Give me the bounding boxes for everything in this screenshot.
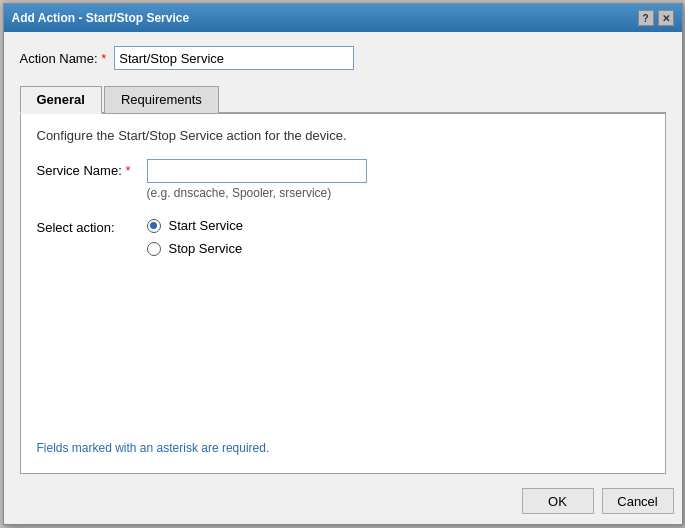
- radio-start-service[interactable]: Start Service: [147, 218, 243, 233]
- dialog-title: Add Action - Start/Stop Service: [12, 11, 190, 25]
- close-button[interactable]: ✕: [658, 10, 674, 26]
- select-action-row: Select action: Start Service Stop Servic…: [37, 218, 649, 256]
- service-name-row: Service Name: * (e.g. dnscache, Spooler,…: [37, 159, 649, 200]
- tab-general[interactable]: General: [20, 86, 102, 114]
- radio-stop-outer[interactable]: [147, 242, 161, 256]
- footer-note: Fields marked with an asterisk are requi…: [37, 433, 649, 459]
- radio-group: Start Service Stop Service: [147, 218, 243, 256]
- action-name-required: *: [101, 51, 106, 66]
- title-bar: Add Action - Start/Stop Service ? ✕: [4, 4, 682, 32]
- cancel-button[interactable]: Cancel: [602, 488, 674, 514]
- radio-stop-service[interactable]: Stop Service: [147, 241, 243, 256]
- dialog-body: Action Name: * General Requirements Conf…: [4, 32, 682, 482]
- select-action-label: Select action:: [37, 218, 147, 235]
- service-name-hint: (e.g. dnscache, Spooler, srservice): [147, 186, 367, 200]
- radio-start-label: Start Service: [169, 218, 243, 233]
- radio-stop-label: Stop Service: [169, 241, 243, 256]
- tabs: General Requirements: [20, 84, 666, 114]
- action-name-input[interactable]: [114, 46, 354, 70]
- tab-description: Configure the Start/Stop Service action …: [37, 128, 649, 143]
- radio-start-outer[interactable]: [147, 219, 161, 233]
- radio-start-inner: [150, 222, 157, 229]
- service-name-field-group: (e.g. dnscache, Spooler, srservice): [147, 159, 367, 200]
- dialog-container: Add Action - Start/Stop Service ? ✕ Acti…: [3, 3, 683, 525]
- tab-requirements[interactable]: Requirements: [104, 86, 219, 114]
- service-name-input[interactable]: [147, 159, 367, 183]
- ok-button[interactable]: OK: [522, 488, 594, 514]
- service-name-required: *: [125, 163, 130, 178]
- tab-content-general: Configure the Start/Stop Service action …: [20, 114, 666, 474]
- action-name-label: Action Name: *: [20, 51, 107, 66]
- service-name-label: Service Name: *: [37, 159, 147, 178]
- action-name-row: Action Name: *: [20, 46, 666, 70]
- title-bar-controls: ? ✕: [638, 10, 674, 26]
- help-button[interactable]: ?: [638, 10, 654, 26]
- dialog-footer: OK Cancel: [4, 482, 682, 524]
